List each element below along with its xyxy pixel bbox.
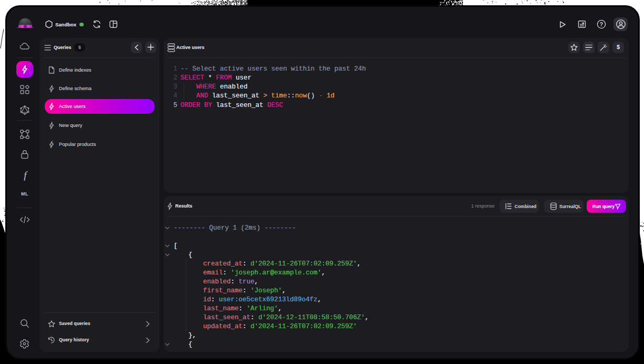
svg-text:?: ? xyxy=(600,21,603,27)
